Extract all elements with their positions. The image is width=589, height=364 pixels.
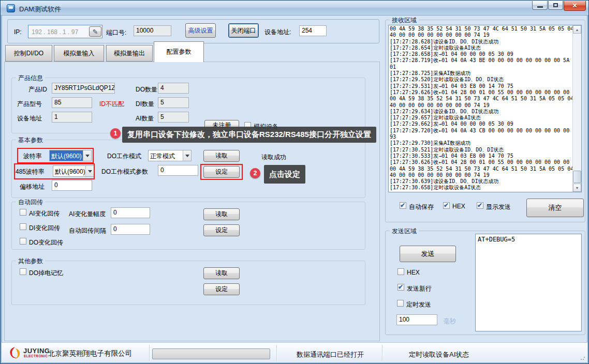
advanced-settings-button[interactable]: 高级设置 [185,23,216,38]
title-bar[interactable]: DAM测试软件 ✕ [1,1,588,16]
send-hex-checkbox[interactable] [397,268,404,275]
di-change-report-checkbox[interactable] [20,223,26,230]
close-button[interactable]: ✕ [564,1,586,11]
other-read-button[interactable]: 读取 [203,267,240,279]
maximize-icon [553,3,558,7]
juying-logo-icon [9,346,21,360]
basic-params-title: 基本参数 [16,136,45,145]
auto-save-label: 自动保存 [409,203,434,211]
send-content-textarea[interactable]: AT+DEBUG=5 [475,234,582,331]
do-power-memory-checkbox[interactable] [20,268,26,275]
auto-report-interval-input[interactable]: 0 [111,224,150,235]
close-port-label: 关闭端口 [231,26,256,35]
clear-button[interactable]: 清空 [526,199,584,217]
device-address-label: 设备地址: [264,28,291,37]
show-send-label: 显示发送 [486,203,511,211]
statusbar-separator [149,345,150,360]
step1-tooltip: 复用串口设备下拉修改，独立串口设备RS232/RS485接口分开独立设置 [122,127,376,143]
ip-label: IP: [14,28,22,36]
ai-change-amp-input[interactable]: 0 [111,207,150,218]
milliseconds-label: 毫秒 [444,317,456,326]
receive-log-scrollbar[interactable]: ▲ ▼ [572,25,581,192]
do-count-label: DO数量 [136,85,157,94]
timed-interval-input[interactable]: 100 [396,314,437,325]
tab-analog-output[interactable]: 模拟量输出 [106,45,153,62]
auto-set-label: 设定 [215,226,228,235]
di-count-field: 5 [158,97,189,108]
tab-label: 模拟量输入 [64,49,95,58]
id-mismatch-text: ID不匹配 [99,100,124,109]
device-address-input[interactable]: 254 [299,25,327,36]
edit-ip-button[interactable]: ✎ [89,26,101,37]
scroll-down-icon[interactable]: ▼ [573,184,581,192]
do-mode-dropdown[interactable]: 正常模式 [148,150,192,161]
timed-send-checkbox[interactable] [397,300,404,307]
show-send-checkbox[interactable] [477,202,483,209]
progress-bar [152,348,270,359]
do-mode-param-label: DO工作模式参数 [101,168,148,176]
resize-grip-icon[interactable] [580,355,585,360]
send-button[interactable]: 发送 [400,246,456,262]
port-input[interactable]: 10000 [134,25,171,36]
scrollbar-thumb[interactable] [573,171,581,183]
receive-hex-checkbox[interactable] [443,202,450,209]
clear-label: 清空 [549,203,562,213]
offset-address-input[interactable]: 0 [52,180,92,191]
baud-rate-highlight-box [17,148,94,163]
do-mode-label: DO工作模式 [107,152,141,161]
do-change-report-checkbox[interactable] [20,238,26,245]
tab-config-params[interactable]: 配置参数 [154,41,204,62]
auto-report-interval-label: 自动回传间隔 [69,226,106,235]
company-name: 北京聚英翱翔电子有限公司 [48,349,132,358]
brand-name: JUYING [23,347,50,355]
auto-report-group: 自动回传 [11,202,365,250]
device-addr2-label: 设备地址 [17,114,42,123]
receive-log[interactable]: 00 4A 59 38 35 52 54 31 50 73 47 4C 64 5… [388,25,582,192]
app-icon [7,4,15,12]
auto-report-title: 自动回传 [16,198,45,207]
tab-analog-input[interactable]: 模拟量输入 [54,45,104,62]
auto-set-button[interactable]: 设定 [203,224,240,236]
scroll-up-icon[interactable]: ▲ [573,25,581,34]
ai-change-amp-label: AI变化量幅度 [69,210,106,219]
product-id-label: 产品ID [28,85,47,94]
do-power-memory-label: DO掉电记忆 [29,269,63,278]
chevron-down-icon[interactable] [183,150,191,161]
ai-count-label: AI数量 [136,114,154,123]
statusbar-separator [382,345,382,360]
statusbar-separator [276,345,277,360]
product-info-title: 产品信息 [16,74,45,83]
app-window: DAM测试软件 ✕ IP: 192 . 168 . 1 . 97 ✎ 端口号: … [0,0,589,364]
port-status-text: 数据通讯端口已经打开 [297,350,364,359]
ai-change-report-label: AI变化回传 [29,209,60,218]
other-set-label: 设定 [215,285,228,294]
auto-save-checkbox[interactable] [400,202,406,209]
tab-control-dido[interactable]: 控制DI/DO [5,45,52,62]
brand-subtitle: ELECTRONIC [24,354,48,358]
close-port-button[interactable]: 关闭端口 [228,23,259,38]
ai-change-report-checkbox[interactable] [20,209,26,216]
offset-address-label: 偏移地址 [20,183,45,191]
basic-read-button[interactable]: 读取 [203,150,240,162]
ip-input[interactable]: 192 . 168 . 1 . 97 ✎ [28,25,102,38]
pencil-icon: ✎ [93,28,98,36]
send-area-title: 发送区域 [390,227,419,236]
other-params-group: 其他参数 [11,261,365,305]
timed-send-label: 定时发送 [406,300,431,309]
basic-read-label: 读取 [215,151,228,160]
minimize-button[interactable] [532,1,548,10]
step2-tooltip: 点击设定 [264,165,305,184]
do-mode-value: 正常模式 [149,150,183,161]
ai-count-field: 5 [158,112,189,123]
auto-read-label: 读取 [215,210,228,219]
maximize-button[interactable] [548,1,563,10]
do-mode-param-input[interactable]: 0 [158,165,198,176]
other-set-button[interactable]: 设定 [203,283,240,295]
send-label: 发送 [421,249,435,259]
receive-area-title: 接收区域 [390,16,419,25]
set-button-highlight-box [200,164,243,180]
close-icon: ✕ [572,3,577,9]
auto-read-button[interactable]: 读取 [203,208,240,220]
send-newline-checkbox[interactable] [397,284,404,291]
other-params-title: 其他参数 [16,257,45,266]
